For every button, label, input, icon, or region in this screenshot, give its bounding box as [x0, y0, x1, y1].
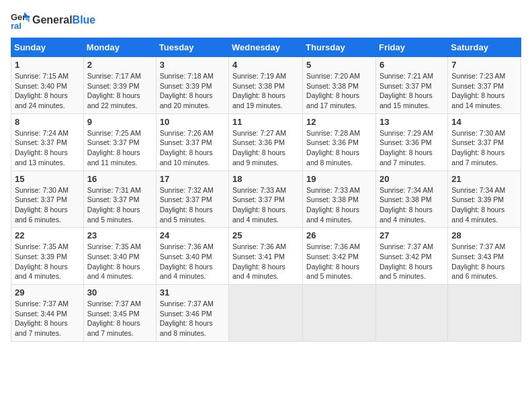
calendar-cell: 11Sunrise: 7:27 AMSunset: 3:36 PMDayligh…: [229, 113, 303, 171]
day-number: 1: [15, 60, 80, 70]
day-number: 19: [306, 174, 372, 184]
calendar-table: SundayMondayTuesdayWednesdayThursdayFrid…: [11, 38, 521, 342]
week-row-2: 8Sunrise: 7:24 AMSunset: 3:37 PMDaylight…: [11, 113, 521, 171]
day-info: Sunrise: 7:30 AMSunset: 3:37 PMDaylight:…: [451, 128, 517, 168]
day-info: Sunrise: 7:18 AMSunset: 3:39 PMDaylight:…: [160, 71, 225, 111]
day-info: Sunrise: 7:36 AMSunset: 3:42 PMDaylight:…: [306, 242, 372, 281]
calendar-cell: 31Sunrise: 7:37 AMSunset: 3:46 PMDayligh…: [156, 285, 228, 342]
calendar-cell: 23Sunrise: 7:35 AMSunset: 3:40 PMDayligh…: [83, 228, 156, 285]
week-row-5: 29Sunrise: 7:37 AMSunset: 3:44 PMDayligh…: [11, 285, 521, 342]
logo-general: General: [32, 14, 73, 26]
day-info: Sunrise: 7:37 AMSunset: 3:46 PMDaylight:…: [160, 299, 225, 338]
day-number: 29: [15, 287, 80, 298]
calendar-cell: [229, 285, 303, 342]
col-header-saturday: Saturday: [448, 38, 521, 57]
day-number: 16: [87, 174, 152, 184]
calendar-cell: 30Sunrise: 7:37 AMSunset: 3:45 PMDayligh…: [83, 285, 156, 342]
day-info: Sunrise: 7:33 AMSunset: 3:38 PMDaylight:…: [306, 185, 372, 225]
day-info: Sunrise: 7:29 AMSunset: 3:36 PMDaylight:…: [380, 128, 444, 168]
calendar-cell: 16Sunrise: 7:31 AMSunset: 3:37 PMDayligh…: [83, 171, 156, 228]
logo-blue: Blue: [73, 14, 96, 26]
calendar-cell: 29Sunrise: 7:37 AMSunset: 3:44 PMDayligh…: [11, 285, 84, 342]
calendar-cell: 21Sunrise: 7:34 AMSunset: 3:39 PMDayligh…: [448, 171, 521, 228]
calendar-cell: 20Sunrise: 7:34 AMSunset: 3:38 PMDayligh…: [375, 171, 447, 228]
calendar-cell: 13Sunrise: 7:29 AMSunset: 3:36 PMDayligh…: [375, 113, 447, 171]
calendar-cell: 8Sunrise: 7:24 AMSunset: 3:37 PMDaylight…: [11, 113, 84, 171]
day-number: 27: [380, 230, 444, 240]
svg-text:ral: ral: [11, 21, 21, 30]
col-header-thursday: Thursday: [303, 38, 376, 57]
calendar-cell: [375, 285, 447, 342]
day-number: 3: [160, 60, 225, 70]
day-number: 28: [451, 230, 517, 240]
day-number: 25: [232, 230, 299, 240]
day-number: 23: [87, 230, 152, 240]
day-info: Sunrise: 7:21 AMSunset: 3:37 PMDaylight:…: [380, 71, 444, 111]
day-number: 5: [306, 60, 372, 70]
col-header-friday: Friday: [375, 38, 447, 57]
day-info: Sunrise: 7:32 AMSunset: 3:37 PMDaylight:…: [160, 185, 225, 225]
day-info: Sunrise: 7:15 AMSunset: 3:40 PMDaylight:…: [15, 71, 80, 111]
day-info: Sunrise: 7:37 AMSunset: 3:43 PMDaylight:…: [451, 242, 517, 281]
day-number: 11: [232, 117, 299, 127]
calendar-cell: 22Sunrise: 7:35 AMSunset: 3:39 PMDayligh…: [11, 228, 84, 285]
week-row-4: 22Sunrise: 7:35 AMSunset: 3:39 PMDayligh…: [11, 228, 521, 285]
calendar-cell: 15Sunrise: 7:30 AMSunset: 3:37 PMDayligh…: [11, 171, 84, 228]
day-number: 10: [160, 117, 225, 127]
calendar-cell: 2Sunrise: 7:17 AMSunset: 3:39 PMDaylight…: [83, 57, 156, 114]
calendar-cell: [303, 285, 376, 342]
calendar-cell: 26Sunrise: 7:36 AMSunset: 3:42 PMDayligh…: [303, 228, 376, 285]
day-info: Sunrise: 7:19 AMSunset: 3:38 PMDaylight:…: [232, 71, 299, 111]
calendar-cell: [448, 285, 521, 342]
col-header-tuesday: Tuesday: [156, 38, 228, 57]
day-number: 4: [232, 60, 299, 70]
col-header-monday: Monday: [83, 38, 156, 57]
day-number: 13: [380, 117, 444, 127]
day-number: 22: [15, 230, 80, 240]
calendar-cell: 18Sunrise: 7:33 AMSunset: 3:37 PMDayligh…: [229, 171, 303, 228]
day-info: Sunrise: 7:26 AMSunset: 3:37 PMDaylight:…: [160, 128, 225, 168]
calendar-cell: 27Sunrise: 7:37 AMSunset: 3:42 PMDayligh…: [375, 228, 447, 285]
day-header-row: SundayMondayTuesdayWednesdayThursdayFrid…: [11, 38, 521, 57]
day-number: 18: [232, 174, 299, 184]
calendar-cell: 7Sunrise: 7:23 AMSunset: 3:37 PMDaylight…: [448, 57, 521, 114]
calendar-cell: 14Sunrise: 7:30 AMSunset: 3:37 PMDayligh…: [448, 113, 521, 171]
day-info: Sunrise: 7:34 AMSunset: 3:38 PMDaylight:…: [380, 185, 444, 225]
week-row-3: 15Sunrise: 7:30 AMSunset: 3:37 PMDayligh…: [11, 171, 521, 228]
day-info: Sunrise: 7:23 AMSunset: 3:37 PMDaylight:…: [451, 71, 517, 111]
day-number: 9: [87, 117, 152, 127]
day-info: Sunrise: 7:33 AMSunset: 3:37 PMDaylight:…: [232, 185, 299, 225]
day-number: 6: [380, 60, 444, 70]
calendar-cell: 3Sunrise: 7:18 AMSunset: 3:39 PMDaylight…: [156, 57, 228, 114]
day-info: Sunrise: 7:27 AMSunset: 3:36 PMDaylight:…: [232, 128, 299, 168]
calendar-cell: 19Sunrise: 7:33 AMSunset: 3:38 PMDayligh…: [303, 171, 376, 228]
week-row-1: 1Sunrise: 7:15 AMSunset: 3:40 PMDaylight…: [11, 57, 521, 114]
col-header-wednesday: Wednesday: [229, 38, 303, 57]
calendar-cell: 12Sunrise: 7:28 AMSunset: 3:36 PMDayligh…: [303, 113, 376, 171]
day-info: Sunrise: 7:24 AMSunset: 3:37 PMDaylight:…: [15, 128, 80, 168]
day-number: 2: [87, 60, 152, 70]
day-info: Sunrise: 7:28 AMSunset: 3:36 PMDaylight:…: [306, 128, 372, 168]
day-info: Sunrise: 7:37 AMSunset: 3:42 PMDaylight:…: [380, 242, 444, 281]
calendar-cell: 24Sunrise: 7:36 AMSunset: 3:40 PMDayligh…: [156, 228, 228, 285]
calendar-cell: 4Sunrise: 7:19 AMSunset: 3:38 PMDaylight…: [229, 57, 303, 114]
day-info: Sunrise: 7:34 AMSunset: 3:39 PMDaylight:…: [451, 185, 517, 225]
logo-icon: Gene ral: [11, 11, 30, 30]
day-info: Sunrise: 7:37 AMSunset: 3:45 PMDaylight:…: [87, 299, 152, 338]
day-info: Sunrise: 7:35 AMSunset: 3:40 PMDaylight:…: [87, 242, 152, 281]
day-info: Sunrise: 7:17 AMSunset: 3:39 PMDaylight:…: [87, 71, 152, 111]
day-info: Sunrise: 7:36 AMSunset: 3:41 PMDaylight:…: [232, 242, 299, 281]
calendar-cell: 17Sunrise: 7:32 AMSunset: 3:37 PMDayligh…: [156, 171, 228, 228]
day-number: 26: [306, 230, 372, 240]
header: Gene ral GeneralBlue: [11, 11, 521, 30]
day-number: 12: [306, 117, 372, 127]
calendar-cell: 1Sunrise: 7:15 AMSunset: 3:40 PMDaylight…: [11, 57, 84, 114]
day-number: 7: [451, 60, 517, 70]
day-number: 14: [451, 117, 517, 127]
calendar-cell: 28Sunrise: 7:37 AMSunset: 3:43 PMDayligh…: [448, 228, 521, 285]
logo: Gene ral GeneralBlue: [11, 11, 95, 30]
day-info: Sunrise: 7:35 AMSunset: 3:39 PMDaylight:…: [15, 242, 80, 281]
day-info: Sunrise: 7:30 AMSunset: 3:37 PMDaylight:…: [15, 185, 80, 225]
calendar-cell: 6Sunrise: 7:21 AMSunset: 3:37 PMDaylight…: [375, 57, 447, 114]
day-info: Sunrise: 7:36 AMSunset: 3:40 PMDaylight:…: [160, 242, 225, 281]
